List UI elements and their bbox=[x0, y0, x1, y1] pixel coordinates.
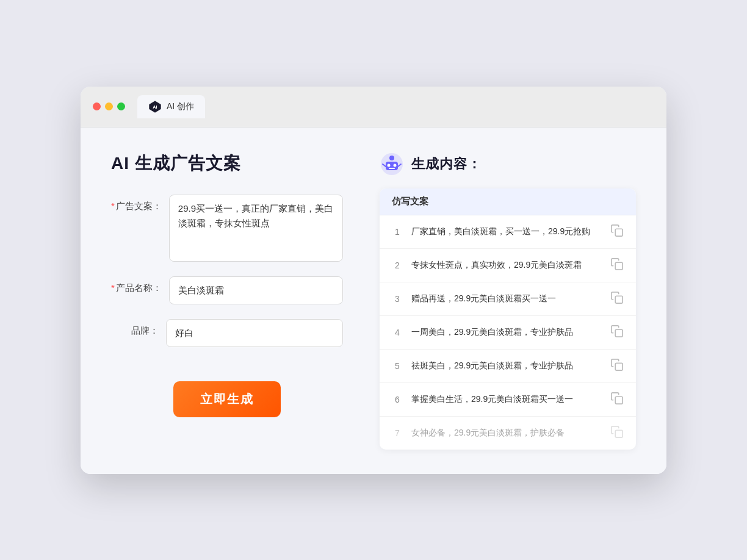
row-number: 4 bbox=[392, 328, 403, 337]
svg-rect-14 bbox=[615, 363, 622, 370]
svg-text:AI: AI bbox=[153, 104, 157, 110]
table-row: 5祛斑美白，29.9元美白淡斑霜，专业护肤品 bbox=[380, 350, 636, 383]
copy-icon[interactable] bbox=[610, 224, 624, 240]
traffic-light-red[interactable] bbox=[93, 102, 101, 110]
svg-rect-10 bbox=[615, 229, 622, 236]
table-row: 7女神必备，29.9元美白淡斑霜，护肤必备 bbox=[380, 417, 636, 450]
browser-tab-ai[interactable]: AI AI 创作 bbox=[137, 95, 205, 118]
svg-point-3 bbox=[389, 156, 394, 160]
copy-icon[interactable] bbox=[610, 358, 624, 374]
row-number: 5 bbox=[392, 361, 403, 371]
result-title: 生成内容： bbox=[411, 155, 482, 173]
product-name-label: *产品名称： bbox=[111, 276, 169, 294]
table-row: 2专抹女性斑点，真实功效，29.9元美白淡斑霜 bbox=[380, 249, 636, 282]
browser-content: AI 生成广告文案 *广告文案： 29.9买一送一，真正的厂家直销，美白淡斑霜，… bbox=[81, 127, 666, 474]
required-star-product: * bbox=[111, 282, 115, 293]
form-group-ad-copy: *广告文案： 29.9买一送一，真正的厂家直销，美白淡斑霜，专抹女性斑点 bbox=[111, 195, 343, 262]
row-text: 一周美白，29.9元美白淡斑霜，专业护肤品 bbox=[411, 326, 602, 339]
required-star-ad-copy: * bbox=[111, 201, 115, 211]
browser-titlebar: AI AI 创作 bbox=[81, 87, 666, 127]
svg-rect-13 bbox=[615, 329, 622, 337]
row-text: 祛斑美白，29.9元美白淡斑霜，专业护肤品 bbox=[411, 359, 602, 372]
row-number: 7 bbox=[392, 428, 403, 438]
svg-rect-12 bbox=[615, 296, 622, 303]
svg-rect-15 bbox=[615, 397, 622, 404]
table-row: 6掌握美白生活，29.9元美白淡斑霜买一送一 bbox=[380, 383, 636, 417]
result-header: 生成内容： bbox=[380, 152, 636, 176]
copy-icon[interactable] bbox=[610, 325, 624, 340]
svg-rect-7 bbox=[389, 168, 395, 169]
result-table: 仿写文案 1厂家直销，美白淡斑霜，买一送一，29.9元抢购2专抹女性斑点，真实功… bbox=[380, 188, 636, 450]
row-text: 厂家直销，美白淡斑霜，买一送一，29.9元抢购 bbox=[411, 225, 602, 238]
copy-icon[interactable] bbox=[610, 425, 624, 441]
tab-bar: AI AI 创作 bbox=[137, 95, 205, 118]
traffic-light-yellow[interactable] bbox=[105, 102, 113, 110]
svg-rect-11 bbox=[615, 262, 622, 270]
form-group-product-name: *产品名称： bbox=[111, 276, 343, 304]
copy-icon[interactable] bbox=[610, 392, 624, 407]
table-row: 4一周美白，29.9元美白淡斑霜，专业护肤品 bbox=[380, 316, 636, 350]
svg-point-6 bbox=[394, 163, 397, 167]
product-name-input[interactable] bbox=[169, 276, 343, 304]
row-text: 女神必备，29.9元美白淡斑霜，护肤必备 bbox=[411, 426, 602, 439]
form-group-brand: 品牌： bbox=[111, 319, 343, 347]
tab-label: AI 创作 bbox=[167, 101, 194, 112]
right-panel: 生成内容： 仿写文案 1厂家直销，美白淡斑霜，买一送一，29.9元抢购2专抹女性… bbox=[380, 152, 636, 450]
ad-copy-label: *广告文案： bbox=[111, 195, 169, 212]
row-number: 1 bbox=[392, 227, 403, 237]
copy-icon[interactable] bbox=[610, 257, 624, 273]
main-layout: AI 生成广告文案 *广告文案： 29.9买一送一，真正的厂家直销，美白淡斑霜，… bbox=[111, 152, 636, 450]
generate-button[interactable]: 立即生成 bbox=[173, 381, 281, 417]
results-container: 1厂家直销，美白淡斑霜，买一送一，29.9元抢购2专抹女性斑点，真实功效，29.… bbox=[380, 215, 636, 450]
table-row: 1厂家直销，美白淡斑霜，买一送一，29.9元抢购 bbox=[380, 215, 636, 249]
traffic-lights bbox=[93, 102, 125, 110]
table-header: 仿写文案 bbox=[380, 188, 636, 215]
row-number: 3 bbox=[392, 294, 403, 304]
row-number: 2 bbox=[392, 260, 403, 270]
robot-icon bbox=[380, 152, 404, 176]
row-number: 6 bbox=[392, 395, 403, 404]
row-text: 赠品再送，29.9元美白淡斑霜买一送一 bbox=[411, 292, 602, 305]
svg-rect-16 bbox=[615, 430, 622, 437]
traffic-light-green[interactable] bbox=[117, 102, 125, 110]
ai-tab-icon: AI bbox=[148, 100, 162, 113]
row-text: 专抹女性斑点，真实功效，29.9元美白淡斑霜 bbox=[411, 259, 602, 271]
row-text: 掌握美白生活，29.9元美白淡斑霜买一送一 bbox=[411, 393, 602, 406]
browser-window: AI AI 创作 AI 生成广告文案 *广告文案： 29.9买一送一，真正的厂家… bbox=[81, 87, 666, 474]
brand-label: 品牌： bbox=[111, 319, 166, 337]
brand-input[interactable] bbox=[166, 319, 343, 347]
ad-copy-input[interactable]: 29.9买一送一，真正的厂家直销，美白淡斑霜，专抹女性斑点 bbox=[169, 195, 343, 262]
left-panel: AI 生成广告文案 *广告文案： 29.9买一送一，真正的厂家直销，美白淡斑霜，… bbox=[111, 152, 343, 450]
svg-point-5 bbox=[388, 163, 391, 167]
page-title: AI 生成广告文案 bbox=[111, 152, 343, 175]
copy-icon[interactable] bbox=[610, 291, 624, 307]
table-row: 3赠品再送，29.9元美白淡斑霜买一送一 bbox=[380, 282, 636, 316]
